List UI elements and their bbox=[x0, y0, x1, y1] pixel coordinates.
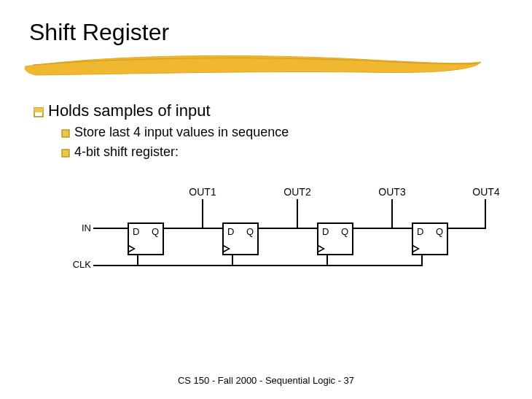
ff-q-label: Q bbox=[246, 226, 254, 237]
out1-label: OUT1 bbox=[184, 186, 221, 198]
ff-d-label: D bbox=[322, 226, 329, 237]
ff-q-label: Q bbox=[152, 226, 159, 237]
wire bbox=[93, 265, 423, 266]
wire bbox=[353, 228, 412, 229]
clock-wedge-icon bbox=[413, 245, 420, 252]
wire bbox=[137, 254, 138, 266]
svg-rect-2 bbox=[62, 130, 69, 137]
clock-wedge-icon bbox=[318, 245, 325, 252]
bullet-list: Holds samples of input Store last 4 inpu… bbox=[29, 101, 503, 160]
bullet-1-text: Holds samples of input bbox=[48, 101, 211, 120]
flipflop-3: D Q bbox=[317, 222, 353, 255]
bullet-2b-text: 4-bit shift register: bbox=[74, 144, 179, 160]
y-bullet-icon bbox=[61, 149, 70, 158]
bullet-level-2b: 4-bit shift register: bbox=[61, 144, 503, 160]
ff-q-label: Q bbox=[341, 226, 348, 237]
brush-underline bbox=[22, 49, 488, 78]
clk-label: CLK bbox=[66, 259, 91, 270]
wire bbox=[448, 228, 486, 229]
wire bbox=[421, 254, 423, 266]
wire bbox=[164, 228, 222, 229]
bullet-2a-text: Store last 4 input values in sequence bbox=[74, 125, 289, 140]
in-label: IN bbox=[69, 222, 91, 233]
svg-rect-1 bbox=[34, 108, 43, 112]
out4-label: OUT4 bbox=[468, 186, 504, 198]
bullet-level-1: Holds samples of input bbox=[34, 101, 503, 120]
flipflop-1: D Q bbox=[128, 222, 164, 255]
bullet-level-2a: Store last 4 input values in sequence bbox=[61, 125, 503, 140]
wire bbox=[93, 228, 128, 229]
flipflop-2: D Q bbox=[222, 222, 259, 255]
z-bullet-icon bbox=[34, 107, 44, 117]
clock-wedge-icon bbox=[224, 245, 230, 252]
flipflop-4: D Q bbox=[412, 222, 448, 255]
ff-d-label: D bbox=[227, 226, 234, 237]
wire bbox=[297, 199, 298, 228]
ff-d-label: D bbox=[417, 226, 423, 237]
out3-label: OUT3 bbox=[374, 186, 410, 198]
wire bbox=[391, 199, 393, 228]
wire bbox=[485, 199, 486, 229]
ff-d-label: D bbox=[133, 226, 139, 237]
slide: Shift Register Holds samples of input St… bbox=[0, 0, 532, 399]
slide-title: Shift Register bbox=[29, 19, 503, 46]
out2-label: OUT2 bbox=[279, 186, 316, 198]
wire bbox=[326, 254, 328, 266]
y-bullet-icon bbox=[61, 129, 70, 138]
ff-q-label: Q bbox=[436, 226, 443, 237]
slide-footer: CS 150 - Fall 2000 - Sequential Logic - … bbox=[0, 375, 532, 386]
wire bbox=[202, 199, 203, 228]
shift-register-diagram: OUT1 OUT2 OUT3 OUT4 D Q D Q D Q D Q bbox=[73, 186, 481, 288]
clock-wedge-icon bbox=[129, 245, 136, 252]
wire bbox=[232, 254, 233, 266]
wire bbox=[259, 228, 317, 229]
svg-rect-3 bbox=[62, 150, 69, 157]
